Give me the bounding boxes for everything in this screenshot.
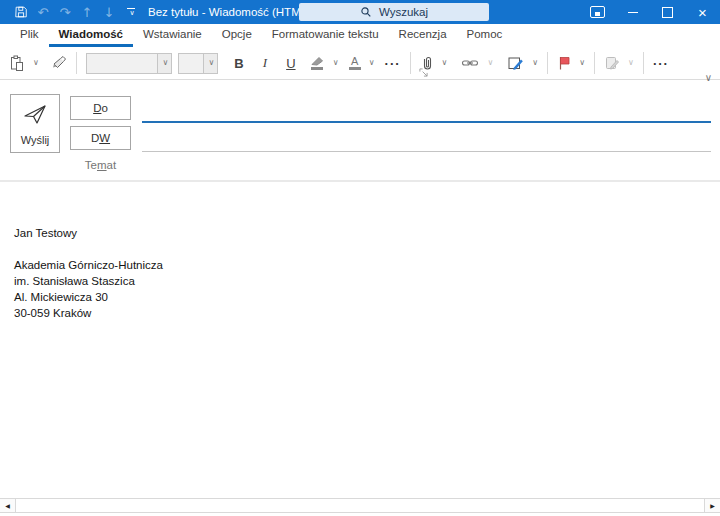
signature-line: Jan Testowy: [14, 225, 163, 241]
minimize-button[interactable]: [615, 0, 650, 24]
chevron-down-icon: ∨: [628, 59, 634, 67]
signature-line: [14, 241, 163, 257]
redo-icon: ↷: [60, 6, 71, 19]
undo-icon: ↶: [38, 6, 49, 19]
undo-button[interactable]: ↶: [32, 0, 54, 24]
subject-field[interactable]: [142, 155, 711, 178]
subject-label: Temat: [70, 159, 131, 171]
cc-field[interactable]: [142, 127, 711, 150]
send-icon: [22, 103, 48, 126]
outlook-message-window: ↶ ↷ ↑ ↓ ∨ Bez tytułu - Wiadomość (HTML): [0, 0, 720, 516]
to-button[interactable]: Do: [70, 96, 131, 120]
customize-quick-access-toolbar-button[interactable]: ∨: [120, 0, 142, 24]
format-painter-button[interactable]: [48, 50, 70, 76]
tab-formatowanie-tekstu[interactable]: Formatowanie tekstu: [262, 24, 389, 47]
font-name-combobox[interactable]: ∨: [86, 53, 172, 74]
italic-button[interactable]: I: [255, 50, 275, 76]
maximize-button[interactable]: [650, 0, 685, 24]
font-name-dropdown[interactable]: ∨: [157, 54, 171, 73]
dialog-launcher-button[interactable]: [419, 68, 428, 77]
tab-recenzja[interactable]: Recenzja: [389, 24, 457, 47]
window-title: Bez tytułu - Wiadomość (HTML): [148, 0, 311, 24]
follow-up-flag-dropdown[interactable]: ∨: [574, 50, 588, 76]
signature-line: 30-059 Kraków: [14, 305, 163, 321]
ellipsis-icon: ···: [385, 56, 401, 71]
font-size-dropdown[interactable]: ∨: [203, 54, 217, 73]
more-commands-button[interactable]: ···: [650, 50, 672, 76]
tab-pomoc[interactable]: Pomoc: [457, 24, 513, 47]
ribbon-tab-bar: Plik Wiadomość Wstawianie Opcje Formatow…: [0, 24, 720, 47]
titlebar: ↶ ↷ ↑ ↓ ∨ Bez tytułu - Wiadomość (HTML): [0, 0, 720, 24]
attach-file-dropdown[interactable]: ∨: [437, 50, 451, 76]
redo-button[interactable]: ↷: [54, 0, 76, 24]
scroll-right-icon: ▶: [710, 502, 715, 509]
chevron-down-icon: ∨: [33, 59, 39, 67]
search-input[interactable]: Wyszukaj: [299, 3, 489, 21]
font-size-combobox[interactable]: ∨: [178, 53, 218, 74]
font-size-value: [179, 54, 203, 73]
scroll-right-button[interactable]: ▶: [704, 499, 720, 512]
close-icon: ×: [698, 5, 707, 20]
sensitivity-button[interactable]: [601, 50, 623, 76]
move-up-button[interactable]: ↑: [76, 0, 98, 24]
bold-button[interactable]: B: [229, 50, 249, 76]
chevron-down-icon: ∨: [208, 59, 214, 67]
insert-link-button[interactable]: [458, 50, 482, 76]
sensitivity-dropdown[interactable]: ∨: [623, 50, 637, 76]
chevron-down-icon: ∨: [369, 59, 375, 67]
cc-button[interactable]: DW: [70, 126, 131, 150]
message-body[interactable]: Jan Testowy Akademia Górniczo-Hutnicza i…: [0, 182, 720, 498]
tab-wstawianie[interactable]: Wstawianie: [133, 24, 212, 47]
cc-field-underline: [142, 151, 711, 152]
ellipsis-icon: ···: [653, 56, 669, 71]
text-formatting-overflow-button[interactable]: ···: [382, 50, 404, 76]
ribbon-separator: [594, 52, 595, 74]
cc-label: DW: [91, 132, 110, 144]
to-field[interactable]: [142, 97, 711, 120]
ribbon-separator: [410, 52, 411, 74]
paste-button[interactable]: [6, 50, 28, 76]
insert-link-icon: [461, 56, 479, 70]
ribbon-separator: [76, 52, 77, 74]
paste-dropdown[interactable]: ∨: [28, 50, 42, 76]
scroll-left-icon: ◀: [5, 502, 10, 509]
underline-button[interactable]: U: [281, 50, 301, 76]
maximize-icon: [662, 7, 673, 18]
search-placeholder: Wyszukaj: [379, 6, 428, 18]
save-button[interactable]: [10, 0, 32, 24]
insert-link-dropdown[interactable]: ∨: [482, 50, 496, 76]
tab-plik[interactable]: Plik: [10, 24, 49, 47]
highlight-button[interactable]: [307, 50, 328, 76]
signature-button[interactable]: [504, 50, 527, 76]
close-button[interactable]: ×: [685, 0, 720, 24]
window-controls: ×: [580, 0, 720, 24]
bold-label: B: [232, 56, 246, 71]
to-field-underline: [142, 121, 711, 123]
send-button[interactable]: Wyślij: [10, 94, 60, 153]
search-icon: [360, 6, 372, 18]
chevron-down-icon: ∨: [162, 59, 168, 67]
signature-dropdown[interactable]: ∨: [527, 50, 541, 76]
signature-line: Akademia Górniczo-Hutnicza: [14, 257, 163, 273]
move-down-button[interactable]: ↓: [98, 0, 120, 24]
highlight-dropdown[interactable]: ∨: [328, 50, 342, 76]
signature-line: Al. Mickiewicza 30: [14, 289, 163, 305]
scroll-left-button[interactable]: ◀: [0, 499, 16, 512]
font-color-dropdown[interactable]: ∨: [364, 50, 378, 76]
scrollbar-thumb[interactable]: [16, 499, 704, 512]
format-painter-icon: [51, 55, 67, 71]
chevron-down-icon: ∨: [579, 59, 585, 67]
font-color-button[interactable]: A: [346, 50, 364, 76]
ribbon-display-options-button[interactable]: [580, 0, 615, 24]
tab-wiadomosc[interactable]: Wiadomość: [49, 24, 133, 47]
signature-icon: [507, 55, 524, 71]
dialog-launcher-icon: [419, 68, 428, 77]
chevron-down-icon: ∨: [442, 59, 448, 67]
font-name-value: [87, 54, 157, 73]
customize-quick-access-toolbar-icon: ∨: [124, 8, 138, 16]
to-label: Do: [93, 102, 108, 114]
tab-opcje[interactable]: Opcje: [212, 24, 262, 47]
minimize-icon: [628, 12, 638, 13]
font-color-icon: A: [349, 56, 361, 70]
follow-up-flag-button[interactable]: [554, 50, 574, 76]
